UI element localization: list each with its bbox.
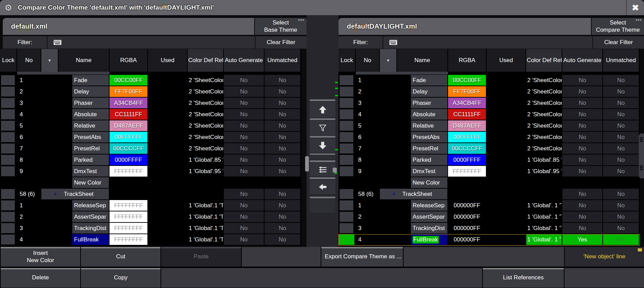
unmatched-cell[interactable]: No xyxy=(603,143,640,154)
dropdown-cell[interactable] xyxy=(380,177,397,188)
name-cell[interactable]: Delay xyxy=(397,86,448,97)
name-cell[interactable]: Delay xyxy=(59,86,110,97)
auto-generate-cell[interactable]: No xyxy=(224,166,264,177)
move-up-button[interactable] xyxy=(310,102,335,118)
color-def-ref-cell[interactable]: 2 'SheetColor'. xyxy=(526,86,562,97)
name-cell[interactable]: Phaser xyxy=(59,98,110,108)
lock-cell[interactable] xyxy=(0,234,17,245)
table-row[interactable]: 1ReleaseSepFFFFFFFF1 'Global'.1 'TeNoNo xyxy=(0,200,301,211)
dropdown-cell[interactable] xyxy=(380,75,397,86)
column-header-sort[interactable]: ▼ xyxy=(41,49,59,72)
lock-cell[interactable] xyxy=(0,166,17,177)
clear-filter-button-left[interactable]: Clear Filter xyxy=(255,36,307,49)
table-row[interactable]: 1ReleaseSep000000FF1 'Global'. 1 'TeNoNo xyxy=(339,200,640,211)
color-def-ref-cell[interactable]: 1 'Global'.1 'Te xyxy=(188,200,224,211)
table-row[interactable]: 5RelativeD487AEFF2 'SheetColor'.NoNo xyxy=(0,120,301,132)
unmatched-cell[interactable] xyxy=(603,177,640,188)
used-cell[interactable] xyxy=(487,166,526,177)
column-header-sort[interactable]: ▼ xyxy=(380,49,397,72)
rgba-cell[interactable]: 0000FFFF xyxy=(448,155,487,165)
unmatched-cell[interactable]: No xyxy=(264,86,301,97)
table-row[interactable]: 5RelativeD487AEFF2 'SheetColor'.NoNo xyxy=(339,120,640,132)
column-header-name[interactable]: Name xyxy=(59,49,110,72)
table-row[interactable]: 3TrackingDistFFFFFFFF1 'Global'.1 'TeNoN… xyxy=(0,223,301,234)
copy-all-left-button[interactable] xyxy=(310,163,335,177)
unmatched-cell[interactable]: No xyxy=(603,166,640,177)
dropdown-cell[interactable] xyxy=(41,155,59,165)
dropdown-cell[interactable] xyxy=(41,200,59,211)
column-header-unmatched[interactable]: Unmatched xyxy=(603,49,640,72)
dropdown-cell[interactable] xyxy=(41,98,59,108)
name-cell[interactable]: DmxTest xyxy=(59,166,110,177)
unmatched-cell[interactable]: No xyxy=(603,200,640,211)
auto-generate-cell[interactable]: No xyxy=(224,189,264,199)
column-header-no[interactable]: No xyxy=(17,49,41,72)
used-cell[interactable] xyxy=(487,75,526,86)
used-cell[interactable] xyxy=(148,223,188,234)
color-def-ref-cell[interactable]: 2 'SheetColor'. xyxy=(526,143,562,154)
move-down-button[interactable] xyxy=(310,138,335,153)
row-number-cell[interactable]: 2 xyxy=(356,86,380,97)
dropdown-cell[interactable] xyxy=(41,177,59,188)
filter-diff-button[interactable] xyxy=(310,121,335,135)
used-cell[interactable] xyxy=(487,98,526,108)
lock-cell[interactable] xyxy=(0,223,17,234)
table-row[interactable]: 6PresetAbs00FFFFFF2 'SheetColor'.NoNo xyxy=(339,132,640,143)
used-cell[interactable] xyxy=(148,189,188,199)
column-header-lock[interactable]: Lock xyxy=(0,49,17,72)
rgba-cell[interactable]: FFFFFFFF xyxy=(110,223,148,234)
insert-new-color-button[interactable]: Insert New Color xyxy=(1,247,80,267)
rgba-cell[interactable]: A34CB4FF xyxy=(110,98,148,108)
table-row[interactable]: 3PhaserA34CB4FF2 'SheetColor'.NoNo xyxy=(339,98,640,109)
color-def-ref-cell[interactable]: 1 'Global'. 1 'Te xyxy=(526,223,562,234)
window-titlebar[interactable]: ⚙ Compare Color Theme 'default.xml' with… xyxy=(0,0,644,15)
name-cell[interactable]: Fade xyxy=(397,75,448,86)
name-cell[interactable]: New Color xyxy=(397,177,448,188)
lock-cell[interactable] xyxy=(0,132,17,142)
unmatched-cell[interactable]: No xyxy=(603,189,640,199)
lock-cell[interactable] xyxy=(0,98,17,108)
auto-generate-cell[interactable]: No xyxy=(224,75,264,86)
lock-cell[interactable] xyxy=(0,189,17,199)
color-def-ref-cell[interactable]: 2 'SheetColor'. xyxy=(526,132,562,142)
unmatched-cell[interactable]: No xyxy=(603,211,640,222)
color-def-ref-cell[interactable] xyxy=(188,177,224,188)
copy-button[interactable]: Copy xyxy=(81,268,160,288)
unmatched-cell[interactable]: No xyxy=(264,166,301,177)
row-number-cell[interactable]: 6 xyxy=(356,132,380,142)
dropdown-cell[interactable] xyxy=(41,75,59,86)
rgba-cell[interactable]: FFFFFFFF xyxy=(448,166,487,177)
color-def-ref-cell[interactable]: 2 'SheetColor'. xyxy=(188,109,224,120)
dropdown-cell[interactable] xyxy=(380,155,397,165)
auto-generate-cell[interactable]: No xyxy=(562,86,603,97)
table-row[interactable]: 9DmxTestFFFFFFFF1 'Global'.95 'DNoNo xyxy=(339,166,640,177)
auto-generate-cell[interactable]: No xyxy=(224,143,264,154)
lock-cell[interactable] xyxy=(339,166,356,177)
unmatched-cell[interactable]: No xyxy=(264,211,301,222)
auto-generate-cell[interactable]: No xyxy=(562,143,603,154)
name-cell[interactable]: ReleaseSep xyxy=(397,200,448,211)
auto-generate-cell[interactable]: No xyxy=(224,120,264,131)
row-number-cell[interactable]: 1 xyxy=(356,200,380,211)
name-cell[interactable]: PresetAbs xyxy=(59,132,110,142)
used-cell[interactable] xyxy=(148,109,188,120)
export-compare-theme-button[interactable]: Export Compare Theme as ... xyxy=(321,247,403,267)
used-cell[interactable] xyxy=(148,211,188,222)
keyboard-icon[interactable] xyxy=(48,40,67,45)
column-header-used[interactable]: Used xyxy=(487,49,526,72)
color-def-ref-cell[interactable]: 1 'Global'.95 'D xyxy=(188,166,224,177)
lock-cell[interactable] xyxy=(339,75,356,86)
row-number-cell[interactable]: 3 xyxy=(17,223,41,234)
new-object-line-button[interactable]: 'New object' line xyxy=(565,247,644,267)
row-number-cell[interactable]: 3 xyxy=(356,98,380,108)
unmatched-cell[interactable]: No xyxy=(264,109,301,120)
compare-theme-title[interactable]: defaultDAYLIGHT.xml xyxy=(339,18,591,35)
auto-generate-cell[interactable]: No xyxy=(562,223,603,234)
used-cell[interactable] xyxy=(487,211,526,222)
rgba-cell[interactable]: 0000FFFF xyxy=(110,155,148,165)
copy-left-button[interactable] xyxy=(310,180,335,194)
used-cell[interactable] xyxy=(487,86,526,97)
auto-generate-cell[interactable]: No xyxy=(224,211,264,222)
used-cell[interactable] xyxy=(148,143,188,154)
dropdown-cell[interactable] xyxy=(41,86,59,97)
